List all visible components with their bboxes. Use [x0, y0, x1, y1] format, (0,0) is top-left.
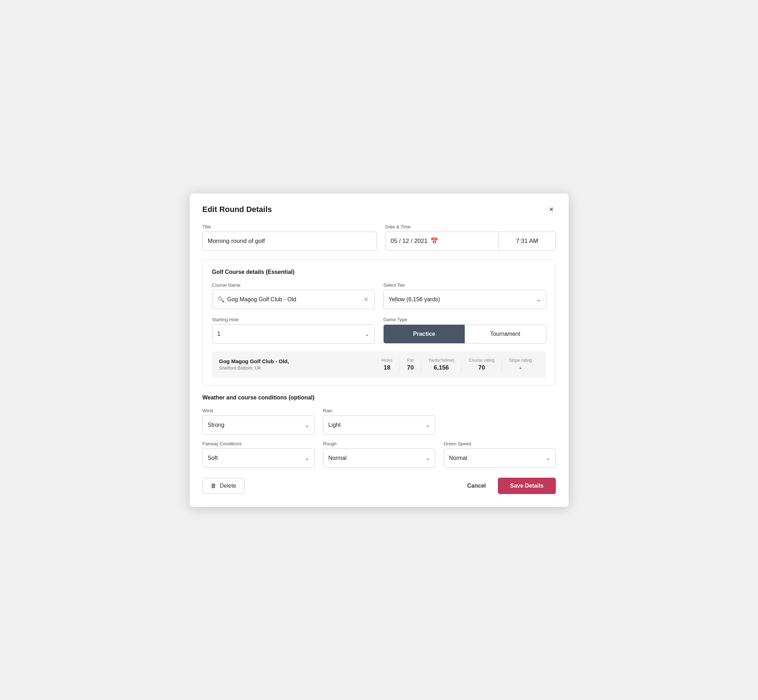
- tournament-button[interactable]: Tournament: [465, 325, 546, 343]
- footer-right: Cancel Save Details: [464, 478, 556, 494]
- course-info-name: Gog Magog Golf Club - Old, Shelford Bott…: [219, 358, 347, 370]
- course-name-input-wrap[interactable]: 🔍 ✕: [212, 290, 375, 309]
- time-field[interactable]: 7:31 AM: [499, 231, 556, 251]
- chevron-down-icon-2: ⌄: [365, 330, 370, 337]
- par-value: 70: [407, 364, 414, 371]
- rough-value: Normal: [329, 455, 347, 461]
- course-bottom-row: Starting Hole 1 ⌄ Game Type Practice Tou…: [212, 317, 546, 344]
- starting-hole-group: Starting Hole 1 ⌄: [212, 317, 375, 344]
- fairway-label: Fairway Conditions: [202, 441, 315, 446]
- select-tee-label: Select Tee: [383, 283, 546, 288]
- select-tee-dropdown[interactable]: Yellow (6,156 yards) ⌄: [383, 290, 546, 309]
- wind-dropdown[interactable]: Strong ⌄: [202, 416, 315, 434]
- delete-label: Delete: [220, 483, 236, 489]
- select-tee-group: Select Tee Yellow (6,156 yards) ⌄: [383, 283, 546, 309]
- rain-dropdown[interactable]: Light ⌄: [323, 416, 435, 434]
- clear-course-button[interactable]: ✕: [363, 295, 370, 303]
- wind-field: Wind Strong ⌄: [202, 408, 315, 434]
- weather-section: Weather and course conditions (optional)…: [202, 394, 556, 468]
- course-rating-value: 70: [469, 364, 494, 371]
- search-icon: 🔍: [218, 296, 224, 303]
- rain-label: Rain: [323, 408, 435, 413]
- rough-dropdown[interactable]: Normal ⌄: [323, 448, 435, 468]
- starting-hole-value: 1: [218, 331, 221, 337]
- holes-value: 18: [382, 364, 393, 371]
- chevron-down-icon: ⌄: [536, 296, 541, 303]
- slope-rating-label: Slope rating: [509, 358, 532, 363]
- game-type-toggle: Practice Tournament: [383, 324, 546, 344]
- course-name-group: Course Name 🔍 ✕: [212, 283, 375, 309]
- starting-hole-dropdown[interactable]: 1 ⌄: [212, 324, 375, 344]
- chevron-down-icon-4: ⌄: [425, 422, 430, 428]
- green-speed-dropdown[interactable]: Normal ⌄: [444, 448, 556, 468]
- weather-row-1: Wind Strong ⌄ Rain Light ⌄: [202, 408, 556, 434]
- course-info-location: Shelford Bottom, UK: [219, 365, 347, 370]
- delete-button[interactable]: 🗑 Delete: [202, 478, 244, 494]
- trash-icon: 🗑: [211, 483, 216, 489]
- stat-course-rating: Course rating 70: [461, 358, 501, 371]
- course-info-row: Gog Magog Golf Club - Old, Shelford Bott…: [212, 352, 546, 378]
- select-tee-value: Yellow (6,156 yards): [388, 296, 440, 303]
- modal-title: Edit Round Details: [202, 205, 272, 214]
- top-row: Title Date & Time 05 / 12 / 2021 📅 7:31 …: [202, 224, 556, 251]
- fairway-dropdown[interactable]: Soft ⌄: [202, 448, 315, 468]
- rain-value: Light: [329, 422, 341, 428]
- chevron-down-icon-7: ⌄: [546, 455, 551, 461]
- datetime-label: Date & Time: [385, 224, 556, 230]
- course-name-label: Course Name: [212, 283, 375, 288]
- rain-field: Rain Light ⌄: [323, 408, 435, 434]
- stat-holes: Holes 18: [374, 358, 399, 371]
- weather-row-2: Fairway Conditions Soft ⌄ Rough Normal ⌄…: [202, 441, 556, 468]
- holes-label: Holes: [382, 358, 393, 363]
- green-speed-value: Normal: [449, 455, 468, 461]
- title-label: Title: [202, 224, 377, 230]
- course-info-name-bold: Gog Magog Golf Club - Old,: [219, 358, 347, 364]
- weather-section-title: Weather and course conditions (optional): [202, 394, 556, 401]
- course-section: Golf Course details (Essential) Course N…: [202, 259, 556, 386]
- calendar-icon: 📅: [430, 237, 438, 245]
- wind-value: Strong: [208, 422, 224, 428]
- cancel-button[interactable]: Cancel: [464, 478, 489, 493]
- title-field-group: Title: [202, 224, 377, 251]
- practice-button[interactable]: Practice: [384, 325, 465, 343]
- stat-slope-rating: Slope rating -: [501, 358, 539, 371]
- course-name-input[interactable]: [227, 296, 360, 303]
- wind-label: Wind: [202, 408, 315, 413]
- edit-round-modal: Edit Round Details × Title Date & Time 0…: [190, 194, 568, 507]
- date-field[interactable]: 05 / 12 / 2021 📅: [385, 231, 499, 251]
- footer-row: 🗑 Delete Cancel Save Details: [202, 478, 556, 494]
- green-speed-field: Green Speed Normal ⌄: [444, 441, 556, 468]
- yards-label: Yards(Yellow): [429, 358, 454, 363]
- slope-rating-value: -: [509, 364, 532, 371]
- game-type-group: Game Type Practice Tournament: [383, 317, 546, 344]
- title-input[interactable]: [202, 231, 377, 251]
- chevron-down-icon-5: ⌄: [305, 455, 309, 461]
- chevron-down-icon-3: ⌄: [305, 422, 309, 428]
- save-button[interactable]: Save Details: [498, 478, 556, 494]
- course-top-row: Course Name 🔍 ✕ Select Tee Yellow (6,156…: [212, 283, 546, 309]
- course-rating-label: Course rating: [469, 358, 494, 363]
- close-button[interactable]: ×: [547, 205, 556, 214]
- fairway-value: Soft: [208, 455, 218, 461]
- starting-hole-label: Starting Hole: [212, 317, 375, 322]
- par-label: Par: [407, 358, 414, 363]
- modal-header: Edit Round Details ×: [202, 205, 556, 214]
- game-type-label: Game Type: [383, 317, 546, 322]
- datetime-group: Date & Time 05 / 12 / 2021 📅 7:31 AM: [385, 224, 556, 251]
- green-speed-label: Green Speed: [444, 441, 556, 446]
- time-value: 7:31 AM: [516, 238, 538, 245]
- stat-yards: Yards(Yellow) 6,156: [421, 358, 462, 371]
- rough-label: Rough: [323, 441, 435, 446]
- fairway-field: Fairway Conditions Soft ⌄: [202, 441, 315, 468]
- date-value: 05 / 12 / 2021: [391, 238, 428, 245]
- course-stats: Holes 18 Par 70 Yards(Yellow) 6,156 Cour…: [347, 358, 539, 371]
- yards-value: 6,156: [429, 364, 454, 371]
- rough-field: Rough Normal ⌄: [323, 441, 435, 468]
- stat-par: Par 70: [399, 358, 421, 371]
- chevron-down-icon-6: ⌄: [425, 455, 430, 461]
- datetime-fields: 05 / 12 / 2021 📅 7:31 AM: [385, 231, 556, 251]
- course-section-title: Golf Course details (Essential): [212, 269, 546, 275]
